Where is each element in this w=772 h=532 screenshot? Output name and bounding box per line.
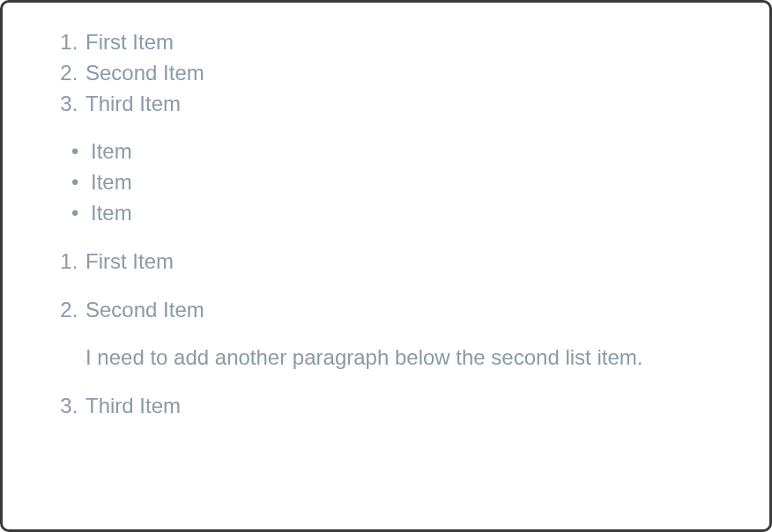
unordered-list: Item Item Item xyxy=(56,137,716,228)
list-item: Item xyxy=(84,137,716,167)
list-item: Third Item xyxy=(84,89,716,120)
ordered-list-2: First Item Second Item I need to add ano… xyxy=(56,247,716,422)
document-frame: First Item Second Item Third Item Item I… xyxy=(0,0,772,532)
nested-paragraph: I need to add another paragraph below th… xyxy=(85,343,716,373)
list-item-label: First Item xyxy=(85,249,174,273)
list-item: First Item xyxy=(84,247,716,277)
list-item-label: Third Item xyxy=(85,92,181,115)
list-item-label: Second Item xyxy=(85,61,204,85)
list-item: Item xyxy=(84,167,716,198)
list-item-label: Item xyxy=(91,201,132,225)
list-item-label: First Item xyxy=(85,30,174,54)
list-item-label: Item xyxy=(91,139,132,163)
list-item: Item xyxy=(84,198,716,229)
list-item: Second Item xyxy=(84,58,716,89)
list-item-label: Second Item xyxy=(85,298,204,321)
list-item-label: Item xyxy=(91,170,132,194)
ordered-list-1: First Item Second Item Third Item xyxy=(56,27,716,119)
list-item: Second Item I need to add another paragr… xyxy=(84,295,716,374)
list-item-label: Third Item xyxy=(85,394,181,417)
list-item: First Item xyxy=(84,27,716,58)
list-item: Third Item xyxy=(84,391,716,422)
